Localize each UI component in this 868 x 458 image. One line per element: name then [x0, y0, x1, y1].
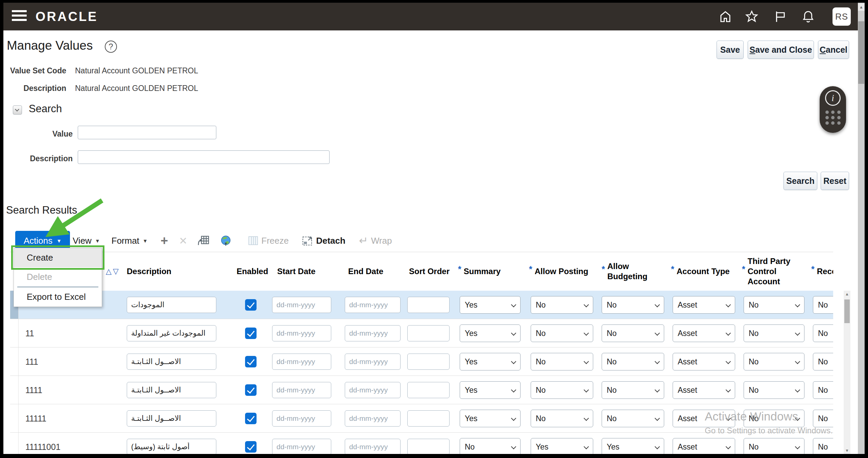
account-type-select[interactable]: Asset: [673, 324, 735, 342]
enabled-checkbox[interactable]: [245, 413, 257, 424]
row-selector[interactable]: [10, 404, 19, 432]
reconciliation-select[interactable]: No: [813, 353, 833, 370]
third-party-select[interactable]: No: [744, 324, 804, 342]
allow-budgeting-select[interactable]: No: [602, 324, 664, 342]
enabled-checkbox[interactable]: [245, 356, 257, 367]
third-party-select[interactable]: No: [744, 381, 804, 399]
description-input[interactable]: [127, 410, 216, 427]
third-party-select[interactable]: No: [744, 296, 804, 314]
summary-select[interactable]: Yes: [460, 296, 521, 314]
flag-icon[interactable]: [773, 9, 787, 24]
allow-budgeting-select[interactable]: No: [602, 353, 664, 370]
freeze-button[interactable]: Freeze: [248, 236, 289, 246]
navigation-menu-icon[interactable]: [12, 10, 27, 23]
row-selector[interactable]: [10, 433, 19, 454]
summary-select[interactable]: Yes: [460, 381, 521, 399]
description-input[interactable]: [127, 297, 216, 313]
start-date-input[interactable]: [272, 382, 331, 398]
sort-order-input[interactable]: [407, 297, 450, 313]
cancel-button[interactable]: Cancel: [818, 41, 849, 59]
end-date-input[interactable]: [345, 297, 401, 313]
enabled-checkbox[interactable]: [245, 328, 257, 339]
account-type-select[interactable]: Asset: [673, 438, 735, 454]
reconciliation-select[interactable]: No: [813, 324, 833, 342]
end-date-input[interactable]: [345, 354, 401, 370]
delete-row-icon[interactable]: ✕: [179, 235, 187, 247]
row-selector[interactable]: [10, 376, 19, 404]
start-date-input[interactable]: [272, 439, 331, 454]
scroll-down-icon[interactable]: ▼: [844, 447, 850, 454]
scroll-up-icon[interactable]: ▲: [858, 3, 865, 11]
summary-select[interactable]: Yes: [460, 410, 521, 427]
start-date-input[interactable]: [272, 354, 331, 370]
allow-budgeting-select[interactable]: No: [602, 410, 664, 427]
end-date-input[interactable]: [345, 439, 401, 454]
account-type-select[interactable]: Asset: [673, 381, 735, 399]
allow-posting-select[interactable]: No: [531, 324, 593, 342]
collapse-search-button[interactable]: [13, 105, 22, 115]
save-and-close-button[interactable]: Save and Close: [748, 41, 814, 59]
home-icon[interactable]: [718, 9, 732, 24]
table-scrollbar[interactable]: ▲ ▼: [844, 291, 850, 454]
favorites-star-icon[interactable]: [745, 9, 759, 24]
description-input[interactable]: [127, 439, 216, 454]
allow-posting-select[interactable]: No: [531, 410, 593, 427]
scroll-up-icon[interactable]: ▲: [844, 291, 850, 297]
allow-posting-select[interactable]: Yes: [531, 438, 593, 454]
third-party-select[interactable]: No: [744, 353, 804, 370]
reset-button[interactable]: Reset: [821, 172, 849, 190]
row-selector[interactable]: [10, 347, 19, 376]
sort-order-input[interactable]: [407, 354, 450, 370]
allow-budgeting-select[interactable]: Yes: [602, 438, 664, 454]
row-selector[interactable]: [10, 319, 19, 347]
description-input[interactable]: [127, 354, 216, 370]
sort-order-input[interactable]: [407, 410, 450, 427]
start-date-input[interactable]: [272, 325, 331, 341]
account-type-select[interactable]: Asset: [673, 353, 735, 370]
allow-posting-select[interactable]: No: [531, 381, 593, 399]
search-value-input[interactable]: [78, 126, 216, 139]
search-button[interactable]: Search: [783, 172, 817, 190]
sort-order-input[interactable]: [407, 382, 450, 398]
export-to-excel-icon[interactable]: [197, 235, 210, 246]
end-date-input[interactable]: [345, 410, 401, 427]
sort-icons[interactable]: △▽: [106, 267, 119, 276]
allow-posting-select[interactable]: No: [531, 353, 593, 370]
menu-item-export-to-excel[interactable]: Export to Excel: [14, 287, 102, 307]
page-scrollbar-thumb[interactable]: [858, 21, 864, 84]
summary-select[interactable]: Yes: [460, 353, 521, 370]
save-button[interactable]: Save: [717, 41, 744, 59]
table-scrollbar-thumb[interactable]: [844, 299, 850, 323]
end-date-input[interactable]: [345, 382, 401, 398]
enabled-checkbox[interactable]: [245, 441, 257, 453]
menu-item-create[interactable]: Create: [14, 248, 102, 267]
summary-select[interactable]: No: [460, 438, 521, 454]
reconciliation-select[interactable]: No: [813, 410, 833, 427]
add-row-icon[interactable]: +: [161, 236, 168, 246]
account-type-select[interactable]: Asset: [673, 410, 735, 427]
sort-order-input[interactable]: [407, 439, 450, 454]
description-input[interactable]: [127, 325, 216, 341]
detach-button[interactable]: Detach: [302, 236, 345, 246]
reconciliation-select[interactable]: No: [813, 381, 833, 399]
summary-select[interactable]: Yes: [460, 324, 521, 342]
help-icon[interactable]: ?: [105, 41, 117, 53]
menu-item-delete[interactable]: Delete: [14, 267, 102, 287]
info-widget[interactable]: i: [820, 86, 846, 133]
third-party-select[interactable]: No: [744, 438, 804, 454]
description-input[interactable]: [127, 382, 216, 398]
wrap-button[interactable]: ↵ Wrap: [359, 234, 392, 247]
account-type-select[interactable]: Asset: [673, 296, 735, 314]
notifications-bell-icon[interactable]: [801, 9, 815, 24]
reconciliation-select[interactable]: No: [813, 438, 833, 454]
end-date-input[interactable]: [345, 325, 401, 341]
enabled-checkbox[interactable]: [245, 384, 257, 396]
third-party-select[interactable]: No: [744, 410, 804, 427]
globe-icon[interactable]: [220, 235, 232, 247]
format-menu-button[interactable]: Format▼: [112, 236, 148, 246]
view-menu-button[interactable]: View▼: [73, 236, 100, 246]
enabled-checkbox[interactable]: [245, 299, 257, 311]
sort-order-input[interactable]: [407, 325, 450, 341]
search-description-input[interactable]: [78, 150, 330, 164]
start-date-input[interactable]: [272, 297, 331, 313]
